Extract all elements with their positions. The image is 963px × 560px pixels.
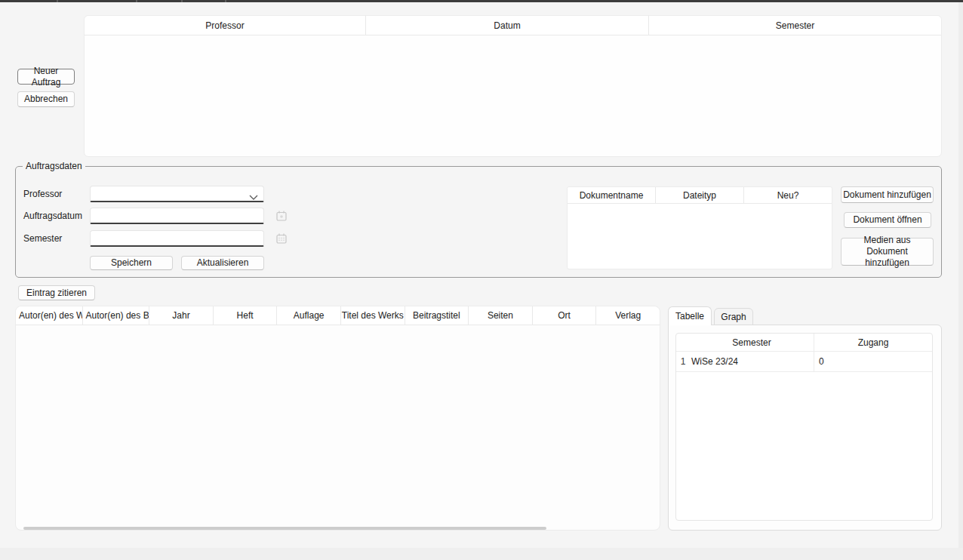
order-date-label: Auftragsdatum bbox=[23, 211, 82, 221]
documents-column-new[interactable]: Neu? bbox=[743, 187, 832, 203]
row-semester-value: WiSe 23/24 bbox=[690, 352, 814, 371]
documents-table-body bbox=[568, 204, 832, 269]
window-right-edge bbox=[958, 2, 963, 548]
stats-column-semester[interactable]: Semester bbox=[690, 334, 814, 351]
citations-table-header: Autor(en) des Werks Autor(en) des Beitra… bbox=[16, 306, 660, 325]
window-top-edge bbox=[0, 0, 963, 2]
citations-table: Autor(en) des Werks Autor(en) des Beitra… bbox=[15, 306, 660, 531]
tab-graph[interactable]: Graph bbox=[714, 308, 753, 325]
top-edge-segment bbox=[225, 0, 226, 2]
row-number: 1 bbox=[676, 352, 690, 371]
citations-column-issue[interactable]: Heft bbox=[213, 306, 277, 325]
citations-column-work-authors[interactable]: Autor(en) des Werks bbox=[16, 306, 82, 325]
orders-table-body bbox=[85, 35, 941, 156]
row-access-value: 0 bbox=[814, 352, 932, 371]
stats-column-access[interactable]: Zugang bbox=[814, 334, 932, 351]
cancel-button[interactable]: Abbrechen bbox=[17, 91, 75, 107]
add-media-from-document-button[interactable]: Medien aus Dokument hinzufügen bbox=[841, 238, 934, 266]
documents-column-name[interactable]: Dokumentname bbox=[568, 187, 655, 203]
citations-column-work-title[interactable]: Titel des Werks bbox=[340, 306, 405, 325]
horizontal-scrollbar[interactable] bbox=[23, 527, 546, 530]
citations-column-pages[interactable]: Seiten bbox=[468, 306, 532, 325]
citations-column-publisher[interactable]: Verlag bbox=[595, 306, 660, 325]
orders-column-semester[interactable]: Semester bbox=[648, 16, 941, 35]
stats-panel: Semester Zugang 1 WiSe 23/24 0 bbox=[668, 325, 942, 531]
app-window: Professor Datum Semester Neuer Auftrag A… bbox=[0, 0, 963, 560]
citations-column-contribution-title[interactable]: Beitragstitel bbox=[405, 306, 469, 325]
open-document-button[interactable]: Dokument öffnen bbox=[844, 212, 931, 228]
citations-column-edition[interactable]: Auflage bbox=[276, 306, 340, 325]
citations-column-year[interactable]: Jahr bbox=[149, 306, 213, 325]
row-number-gutter bbox=[676, 334, 690, 351]
chevron-down-icon[interactable] bbox=[249, 192, 258, 202]
top-edge-segment bbox=[57, 0, 58, 2]
professor-combobox[interactable] bbox=[90, 186, 264, 202]
professor-label: Professor bbox=[23, 189, 62, 199]
refresh-button[interactable]: Aktualisieren bbox=[181, 256, 264, 270]
add-document-button[interactable]: Dokument hinzufügen bbox=[841, 186, 934, 203]
semester-access-table: Semester Zugang 1 WiSe 23/24 0 bbox=[675, 333, 933, 521]
order-data-groupbox: Auftragsdaten Professor Auftragsdatum Se… bbox=[15, 166, 942, 278]
citations-table-body bbox=[16, 325, 660, 522]
semester-label: Semester bbox=[23, 233, 62, 244]
documents-table-header: Dokumentname Dateityp Neu? bbox=[568, 187, 832, 204]
tab-tabelle[interactable]: Tabelle bbox=[668, 306, 712, 325]
semester-field[interactable] bbox=[90, 230, 264, 247]
order-date-field[interactable] bbox=[90, 208, 264, 224]
table-row[interactable]: 1 WiSe 23/24 0 bbox=[676, 352, 932, 372]
citations-column-place[interactable]: Ort bbox=[532, 306, 596, 325]
orders-column-professor[interactable]: Professor bbox=[85, 16, 365, 35]
top-edge-segment bbox=[181, 0, 183, 2]
documents-table: Dokumentname Dateityp Neu? bbox=[567, 186, 832, 269]
save-button[interactable]: Speichern bbox=[90, 256, 173, 270]
calendar-icon bbox=[275, 210, 288, 222]
citations-column-contribution-authors[interactable]: Autor(en) des Beitrags bbox=[82, 306, 149, 325]
professor-combobox-input[interactable] bbox=[91, 186, 263, 201]
window-bottom-strip bbox=[0, 548, 963, 560]
new-order-button[interactable]: Neuer Auftrag bbox=[17, 69, 75, 85]
top-edge-segment bbox=[136, 0, 137, 2]
cite-entry-button[interactable]: Eintrag zitieren bbox=[18, 285, 95, 300]
semester-input[interactable] bbox=[91, 231, 263, 245]
groupbox-legend: Auftragsdaten bbox=[23, 161, 85, 171]
semester-access-header: Semester Zugang bbox=[676, 334, 932, 352]
order-date-input[interactable] bbox=[91, 208, 263, 223]
orders-column-datum[interactable]: Datum bbox=[365, 16, 648, 35]
calendar-grid-icon bbox=[275, 232, 288, 245]
documents-column-filetype[interactable]: Dateityp bbox=[655, 187, 743, 203]
orders-table-header: Professor Datum Semester bbox=[85, 16, 941, 35]
orders-table: Professor Datum Semester bbox=[84, 15, 942, 157]
